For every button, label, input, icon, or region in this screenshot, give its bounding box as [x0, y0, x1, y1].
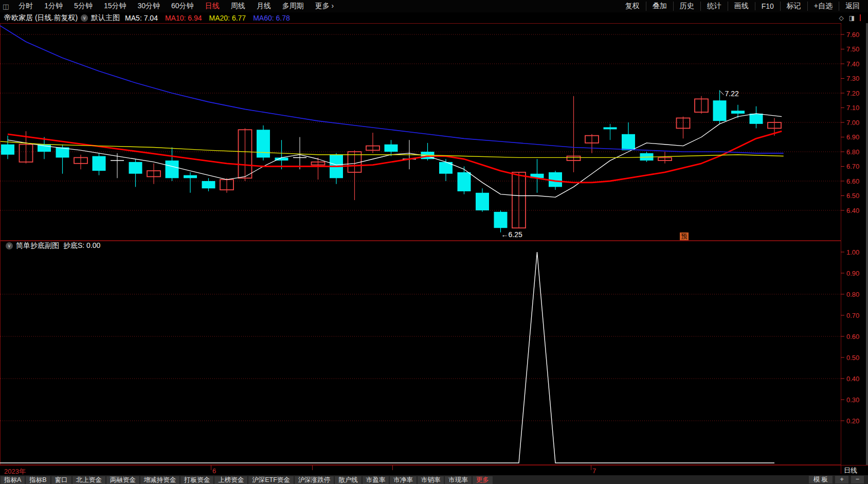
bottom-tab[interactable]: 市净率 [390, 476, 417, 484]
ma-legend-item: MA20: 6.77 [209, 14, 246, 22]
bottom-tab[interactable]: 上榜资金 [214, 476, 247, 484]
svg-text:0.30: 0.30 [846, 396, 859, 404]
toolbar-menu-item[interactable]: 标记 [780, 2, 807, 11]
x-axis-label: 7 [592, 467, 596, 475]
bottom-tab[interactable]: 市销率 [418, 476, 444, 484]
zoom-in-button[interactable]: + [835, 476, 848, 483]
bottom-tab[interactable]: 北上资金 [73, 476, 105, 484]
stock-title: 帝欧家居 (日线.前复权) [4, 13, 78, 23]
x-axis-label: 6 [212, 467, 216, 475]
x-axis: 2023年67 [0, 465, 868, 475]
bottom-tab[interactable]: 两融资金 [106, 476, 139, 484]
period-corner-label: 日线 [844, 466, 857, 475]
red-caret [860, 14, 861, 21]
bottom-bar-right: 模 板 + − [806, 476, 864, 483]
y-axis-line [841, 465, 841, 474]
bottom-tab[interactable]: 市现率 [445, 476, 472, 484]
ma-legend-item: MA5: 7.04 [125, 14, 158, 22]
x-axis-tick [591, 465, 591, 470]
period-tab[interactable]: 多周期 [277, 2, 310, 11]
period-tab[interactable]: 分时 [13, 2, 39, 11]
panel-toggle-icon[interactable]: ◫ [3, 3, 9, 10]
bottom-tab[interactable]: 指标B [26, 476, 50, 484]
svg-text:6.50: 6.50 [846, 192, 859, 200]
split-window-icon[interactable]: ◨ [849, 14, 855, 22]
bottom-tab[interactable]: 指标A [1, 476, 25, 484]
toolbar-menu-item[interactable]: 复权 [619, 2, 646, 11]
period-tab[interactable]: 日线 [200, 2, 225, 11]
bottom-tabs: 指标A指标B窗口北上资金两融资金增减持资金打板资金上榜资金沪深ETF资金沪深涨跌… [0, 476, 472, 484]
indicator-name[interactable]: 简单抄底副图 [16, 241, 59, 250]
toolbar-menu-item[interactable]: 统计 [700, 2, 728, 11]
ma-legend-item: MA10: 6.94 [165, 14, 202, 22]
x-axis-tick [211, 465, 211, 470]
bottom-tab[interactable]: 散户线 [335, 476, 361, 484]
bottom-tab[interactable]: 增减持资金 [140, 476, 180, 484]
svg-text:7.22: 7.22 [725, 89, 739, 98]
template-button[interactable]: 模 板 [809, 476, 833, 483]
svg-text:6.70: 6.70 [846, 163, 859, 170]
svg-text:0.50: 0.50 [846, 354, 859, 362]
svg-text:1.00: 1.00 [846, 248, 859, 256]
x-axis-tick [392, 465, 393, 470]
bottom-tab[interactable]: 沪深涨跌停 [295, 476, 334, 484]
sub-indicator-label: ∨ 简单抄底副图 抄底S: 0.00 [3, 242, 100, 250]
svg-text:0.20: 0.20 [846, 417, 859, 425]
toolbar-menu-item[interactable]: 返回 [839, 2, 866, 11]
period-toolbar: ◫ 分时1分钟5分钟15分钟30分钟60分钟日线周线月线多周期更多 › 复权叠加… [0, 0, 868, 12]
svg-text:6.40: 6.40 [846, 207, 859, 214]
period-tab[interactable]: 5分钟 [68, 2, 98, 11]
toolbar-menu-item[interactable]: 历史 [673, 2, 700, 11]
period-tabs: 分时1分钟5分钟15分钟30分钟60分钟日线周线月线多周期更多 › [13, 2, 339, 11]
x-axis-tick [312, 465, 313, 470]
period-tab[interactable]: 月线 [251, 2, 277, 11]
main-candlestick-chart[interactable]: 7.607.507.407.307.207.107.006.906.806.70… [0, 23, 868, 241]
scrollbar-strip[interactable] [866, 23, 868, 465]
period-tab[interactable]: 周线 [225, 2, 251, 11]
svg-text:6.60: 6.60 [846, 177, 859, 185]
svg-text:7.20: 7.20 [846, 89, 859, 97]
svg-text:7.40: 7.40 [846, 60, 859, 68]
bottom-tab-more[interactable]: 更多 [473, 476, 493, 484]
ma-legend-item: MA60: 6.78 [253, 14, 290, 22]
svg-text:0.60: 0.60 [846, 333, 859, 340]
svg-text:7.30: 7.30 [846, 75, 859, 82]
svg-text:0.40: 0.40 [846, 375, 859, 383]
svg-text:7.50: 7.50 [846, 45, 859, 53]
chevron-down-icon[interactable]: ∨ [81, 14, 88, 22]
bottom-tab[interactable]: 窗口 [51, 476, 71, 484]
svg-text:0.70: 0.70 [846, 312, 859, 319]
toolbar-menu: 复权叠加历史统计画线F10标记+自选返回 [619, 2, 866, 11]
period-tab[interactable]: 30分钟 [132, 2, 166, 11]
bottom-tab[interactable]: 打板资金 [180, 476, 213, 484]
toolbar-menu-item[interactable]: 画线 [728, 2, 755, 11]
title-bar-right: ◇ ◨ [834, 12, 861, 23]
svg-text:0.90: 0.90 [846, 270, 859, 277]
toolbar-menu-item[interactable]: 叠加 [646, 2, 673, 11]
ma-legend: MA5: 7.04MA10: 6.94MA20: 6.77MA60: 6.78 [125, 14, 297, 22]
toolbar-menu-item[interactable]: F10 [755, 2, 780, 10]
svg-text:6.80: 6.80 [846, 148, 859, 156]
main-chart-label[interactable]: 默认主图 [91, 13, 120, 23]
indicator-subchart[interactable]: 1.000.900.800.700.600.500.400.300.20 [0, 241, 868, 465]
svg-text:7.10: 7.10 [846, 104, 859, 112]
bottom-tab[interactable]: 沪深ETF资金 [248, 476, 294, 484]
toolbar-menu-item[interactable]: +自选 [807, 2, 839, 11]
bottom-tab-bar: 指标A指标B窗口北上资金两融资金增减持资金打板资金上榜资金沪深ETF资金沪深涨跌… [0, 475, 868, 484]
diamond-icon[interactable]: ◇ [839, 14, 843, 22]
svg-text:0.80: 0.80 [846, 291, 859, 298]
stock-trading-app: ◫ 分时1分钟5分钟15分钟30分钟60分钟日线周线月线多周期更多 › 复权叠加… [0, 0, 868, 484]
indicator-value: 抄底S: 0.00 [63, 241, 100, 250]
svg-text:6.90: 6.90 [846, 133, 859, 141]
period-tab[interactable]: 60分钟 [166, 2, 200, 11]
period-tab[interactable]: 15分钟 [98, 2, 132, 11]
chevron-down-icon[interactable]: ∨ [6, 242, 13, 249]
bottom-tab[interactable]: 市盈率 [363, 476, 389, 484]
period-tab[interactable]: 1分钟 [39, 2, 68, 11]
forecast-badge[interactable]: 预 [680, 232, 689, 240]
zoom-out-button[interactable]: − [851, 476, 864, 483]
chart-title-bar: 帝欧家居 (日线.前复权) ∨ 默认主图 MA5: 7.04MA10: 6.94… [0, 12, 868, 23]
svg-text:7.00: 7.00 [846, 119, 859, 127]
svg-text:←6.25: ←6.25 [501, 230, 522, 239]
period-tab[interactable]: 更多 › [310, 2, 340, 11]
